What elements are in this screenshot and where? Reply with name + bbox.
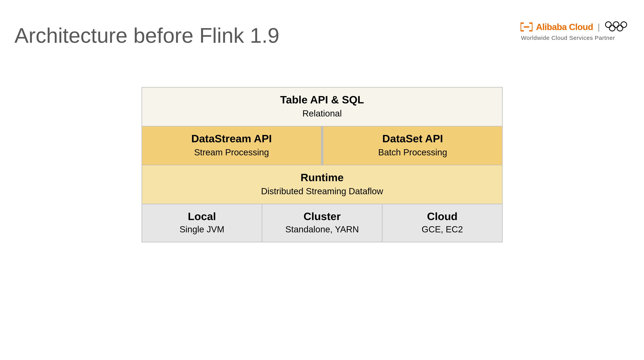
cell-cluster: Cluster Standalone, YARN bbox=[262, 204, 382, 242]
layer-table-api: Table API & SQL Relational bbox=[142, 88, 502, 126]
brand-logo-row: Alibaba Cloud | bbox=[520, 21, 628, 33]
cell-runtime: Runtime Distributed Streaming Dataflow bbox=[142, 165, 502, 204]
brand-divider: | bbox=[598, 22, 600, 32]
cell-dataset-api: DataSet API Batch Processing bbox=[322, 126, 502, 165]
svg-point-4 bbox=[609, 25, 615, 31]
architecture-diagram: Table API & SQL Relational DataStream AP… bbox=[142, 87, 503, 242]
cell-subtitle: GCE, EC2 bbox=[422, 224, 463, 235]
cell-title: Cloud bbox=[427, 210, 458, 223]
cell-title: Runtime bbox=[300, 171, 344, 184]
cell-subtitle: Stream Processing bbox=[194, 147, 269, 157]
cell-datastream-api: DataStream API Stream Processing bbox=[142, 126, 322, 165]
olympic-rings-icon bbox=[604, 21, 628, 33]
svg-point-5 bbox=[617, 25, 623, 31]
layer-deployment: Local Single JVM Cluster Standalone, YAR… bbox=[142, 204, 502, 242]
cell-table-api: Table API & SQL Relational bbox=[142, 88, 502, 126]
svg-point-2 bbox=[613, 22, 619, 27]
cell-title: Local bbox=[188, 210, 216, 223]
cell-cloud: Cloud GCE, EC2 bbox=[382, 204, 502, 242]
brand-tagline: Worldwide Cloud Services Partner bbox=[521, 35, 615, 41]
cell-subtitle: Single JVM bbox=[180, 224, 224, 235]
cell-title: DataSet API bbox=[382, 132, 443, 145]
brand-logo-block: Alibaba Cloud | Worldwide Cloud Services… bbox=[520, 21, 628, 41]
layer-runtime: Runtime Distributed Streaming Dataflow bbox=[142, 165, 502, 204]
cell-local: Local Single JVM bbox=[142, 204, 262, 242]
svg-point-1 bbox=[606, 22, 611, 27]
svg-point-3 bbox=[621, 22, 627, 27]
cell-subtitle: Standalone, YARN bbox=[286, 224, 359, 235]
brand-name: Alibaba Cloud bbox=[536, 22, 593, 32]
cell-subtitle: Relational bbox=[302, 108, 342, 119]
cell-title: Table API & SQL bbox=[280, 93, 364, 106]
cell-subtitle: Distributed Streaming Dataflow bbox=[261, 186, 383, 196]
cell-title: Cluster bbox=[304, 210, 341, 223]
slide-title: Architecture before Flink 1.9 bbox=[14, 23, 280, 47]
layer-apis: DataStream API Stream Processing DataSet… bbox=[142, 126, 502, 165]
cell-title: DataStream API bbox=[191, 132, 272, 145]
cell-subtitle: Batch Processing bbox=[378, 147, 447, 157]
alibaba-bracket-icon bbox=[520, 22, 532, 31]
